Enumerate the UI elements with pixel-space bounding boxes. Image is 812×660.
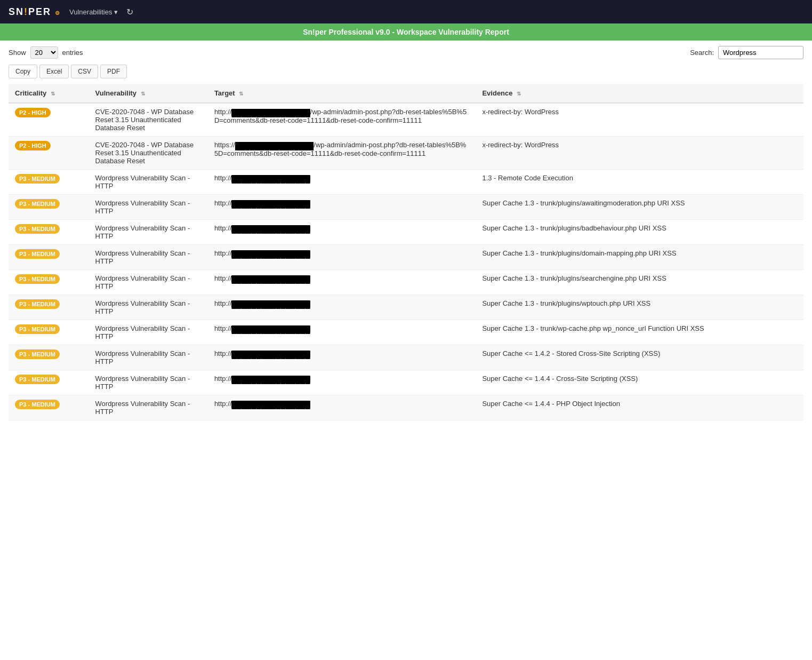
- evidence-cell: Super Cache 1.3 - trunk/plugins/awaiting…: [476, 195, 803, 220]
- controls-row: Show 20 50 100 entries Search:: [0, 41, 812, 65]
- criticality-badge: P3 - MEDIUM: [15, 249, 60, 259]
- report-banner: Sn!per Professional v9.0 - Workspace Vul…: [0, 23, 812, 41]
- table-row: P2 - HIGHCVE-2020-7048 - WP Database Res…: [9, 137, 803, 170]
- sort-target-icon: ⇅: [239, 91, 243, 97]
- vulnerability-cell: Wordpress Vulnerability Scan - HTTP: [89, 270, 208, 295]
- target-prefix: http://: [214, 174, 232, 182]
- criticality-badge: P3 - MEDIUM: [15, 199, 60, 209]
- target-cell: http://████████████████: [208, 295, 476, 320]
- excel-button[interactable]: Excel: [39, 65, 69, 78]
- evidence-cell: x-redirect-by: WordPress: [476, 137, 803, 170]
- criticality-cell: P3 - MEDIUM: [9, 170, 89, 195]
- vulnerability-cell: Wordpress Vulnerability Scan - HTTP: [89, 195, 208, 220]
- vulnerability-cell: CVE-2020-7048 - WP Database Reset 3.15 U…: [89, 137, 208, 170]
- evidence-cell: Super Cache 1.3 - trunk/plugins/wptouch.…: [476, 295, 803, 320]
- target-prefix: http://: [214, 199, 232, 207]
- target-prefix: http://: [214, 274, 232, 282]
- evidence-cell: Super Cache 1.3 - trunk/plugins/badbehav…: [476, 220, 803, 245]
- sort-vulnerability-icon: ⇅: [141, 91, 145, 97]
- vulnerabilities-menu[interactable]: Vulnerabilities ▾: [69, 8, 118, 16]
- criticality-badge: P3 - MEDIUM: [15, 375, 60, 384]
- target-cell: http://████████████████: [208, 320, 476, 345]
- target-cell: http://████████████████: [208, 345, 476, 370]
- target-prefix: http://: [214, 349, 232, 357]
- criticality-cell: P3 - MEDIUM: [9, 320, 89, 345]
- criticality-badge: P3 - MEDIUM: [15, 174, 60, 184]
- criticality-cell: P2 - HIGH: [9, 137, 89, 170]
- criticality-badge: P2 - HIGH: [15, 141, 51, 150]
- target-cell: http://████████████████: [208, 195, 476, 220]
- criticality-badge: P3 - MEDIUM: [15, 324, 60, 334]
- target-redacted: ████████████████: [235, 142, 313, 149]
- target-prefix: http://: [214, 224, 232, 232]
- vulnerability-cell: Wordpress Vulnerability Scan - HTTP: [89, 320, 208, 345]
- table-row: P3 - MEDIUMWordpress Vulnerability Scan …: [9, 245, 803, 270]
- search-label: Search:: [690, 49, 714, 57]
- target-redacted: ████████████████: [231, 275, 310, 283]
- criticality-badge: P3 - MEDIUM: [15, 274, 60, 284]
- criticality-badge: P3 - MEDIUM: [15, 299, 60, 309]
- target-redacted: ████████████████: [231, 200, 310, 208]
- criticality-badge: P3 - MEDIUM: [15, 224, 60, 234]
- table-row: P3 - MEDIUMWordpress Vulnerability Scan …: [9, 170, 803, 195]
- target-prefix: http://: [214, 108, 232, 116]
- target-redacted: ████████████████: [231, 376, 310, 383]
- evidence-cell: Super Cache <= 1.4.4 - PHP Object Inject…: [476, 395, 803, 420]
- evidence-cell: Super Cache <= 1.4.4 - Cross-Site Script…: [476, 370, 803, 395]
- target-redacted: ████████████████: [231, 300, 310, 308]
- col-vulnerability[interactable]: Vulnerability ⇅: [89, 84, 208, 103]
- vulnerability-cell: CVE-2020-7048 - WP Database Reset 3.15 U…: [89, 103, 208, 137]
- col-criticality[interactable]: Criticality ⇅: [9, 84, 89, 103]
- top-nav: SN!PER ⚙ Vulnerabilities ▾ ↻: [0, 0, 812, 23]
- table-row: P3 - MEDIUMWordpress Vulnerability Scan …: [9, 295, 803, 320]
- entries-select[interactable]: 20 50 100: [30, 46, 58, 59]
- search-container: Search:: [690, 46, 803, 59]
- target-cell: http://████████████████: [208, 170, 476, 195]
- refresh-icon[interactable]: ↻: [126, 7, 133, 17]
- menu-arrow-icon: ▾: [114, 8, 118, 16]
- target-prefix: http://: [214, 400, 232, 408]
- vulnerabilities-table: Criticality ⇅ Vulnerability ⇅ Target ⇅ E…: [9, 84, 803, 420]
- criticality-badge: P3 - MEDIUM: [15, 400, 60, 409]
- target-cell: https://████████████████/wp-admin/admin-…: [208, 137, 476, 170]
- col-evidence[interactable]: Evidence ⇅: [476, 84, 803, 103]
- evidence-cell: 1.3 - Remote Code Execution: [476, 170, 803, 195]
- criticality-cell: P3 - MEDIUM: [9, 295, 89, 320]
- entries-label: entries: [62, 49, 83, 57]
- target-redacted: ████████████████: [231, 109, 310, 116]
- target-redacted: ████████████████: [231, 401, 310, 408]
- target-cell: http://████████████████: [208, 370, 476, 395]
- criticality-cell: P3 - MEDIUM: [9, 245, 89, 270]
- evidence-cell: x-redirect-by: WordPress: [476, 103, 803, 137]
- target-redacted: ████████████████: [231, 175, 310, 182]
- table-row: P3 - MEDIUMWordpress Vulnerability Scan …: [9, 270, 803, 295]
- table-row: P3 - MEDIUMWordpress Vulnerability Scan …: [9, 395, 803, 420]
- logo: SN!PER ⚙: [9, 6, 61, 18]
- search-input[interactable]: [718, 46, 803, 59]
- criticality-cell: P2 - HIGH: [9, 103, 89, 137]
- criticality-cell: P3 - MEDIUM: [9, 220, 89, 245]
- criticality-cell: P3 - MEDIUM: [9, 370, 89, 395]
- target-prefix: http://: [214, 299, 232, 307]
- target-redacted: ████████████████: [231, 225, 310, 233]
- target-redacted: ████████████████: [231, 351, 310, 358]
- table-container: Criticality ⇅ Vulnerability ⇅ Target ⇅ E…: [0, 84, 812, 420]
- pdf-button[interactable]: PDF: [100, 65, 127, 78]
- csv-button[interactable]: CSV: [71, 65, 98, 78]
- export-row: Copy Excel CSV PDF: [0, 65, 812, 84]
- copy-button[interactable]: Copy: [9, 65, 37, 78]
- criticality-badge: P3 - MEDIUM: [15, 349, 60, 359]
- criticality-cell: P3 - MEDIUM: [9, 195, 89, 220]
- target-cell: http://████████████████: [208, 220, 476, 245]
- vulnerability-cell: Wordpress Vulnerability Scan - HTTP: [89, 345, 208, 370]
- sort-evidence-icon: ⇅: [517, 91, 521, 97]
- evidence-cell: Super Cache 1.3 - trunk/plugins/domain-m…: [476, 245, 803, 270]
- evidence-cell: Super Cache 1.3 - trunk/wp-cache.php wp_…: [476, 320, 803, 345]
- target-prefix: http://: [214, 324, 232, 332]
- target-cell: http://████████████████/wp-admin/admin-p…: [208, 103, 476, 137]
- criticality-badge: P2 - HIGH: [15, 108, 51, 117]
- criticality-cell: P3 - MEDIUM: [9, 395, 89, 420]
- table-row: P3 - MEDIUMWordpress Vulnerability Scan …: [9, 220, 803, 245]
- target-cell: http://████████████████: [208, 245, 476, 270]
- col-target[interactable]: Target ⇅: [208, 84, 476, 103]
